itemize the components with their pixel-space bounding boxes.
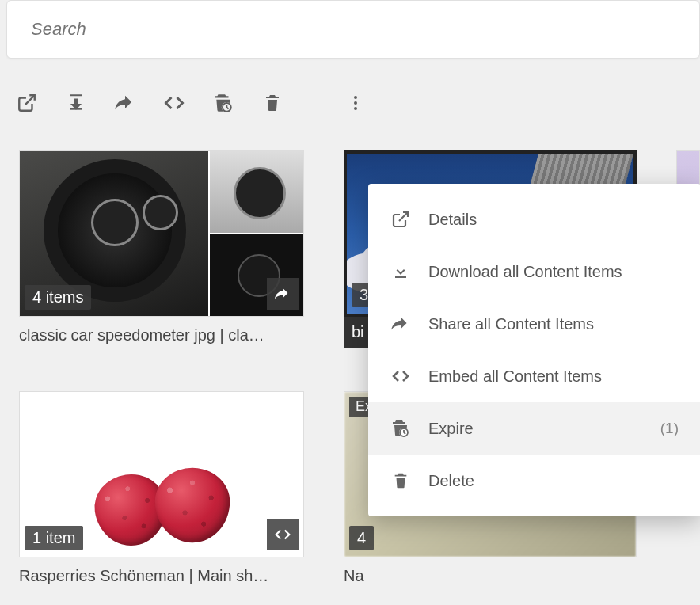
svg-point-4 (354, 96, 357, 99)
menu-item-download[interactable]: Download all Content Items (368, 245, 700, 298)
more-vert-icon (346, 93, 365, 113)
menu-item-details[interactable]: Details (368, 193, 700, 245)
card-thumbnail[interactable]: 4 items (19, 150, 304, 317)
items-count-badge: 4 (349, 526, 374, 550)
details-button[interactable] (16, 92, 38, 114)
auto-delete-icon (390, 418, 411, 439)
card-caption: Rasperries Schöneman | Main sh… (19, 567, 304, 585)
embed-button[interactable] (163, 92, 185, 114)
share-icon (390, 314, 411, 334)
card-thumbnail[interactable]: 1 item (19, 391, 304, 557)
code-icon (390, 366, 411, 386)
card-caption: Na (344, 567, 637, 585)
svg-line-0 (25, 95, 35, 105)
menu-item-embed[interactable]: Embed all Content Items (368, 350, 700, 402)
delete-button[interactable] (261, 92, 283, 114)
svg-line-7 (399, 212, 408, 221)
more-button[interactable] (344, 92, 367, 114)
card-share-button[interactable] (267, 278, 299, 310)
menu-item-expire[interactable]: Expire (1) (368, 402, 700, 455)
menu-item-delete[interactable]: Delete (368, 455, 700, 507)
search-input[interactable] (31, 19, 675, 40)
trash-icon (390, 470, 411, 491)
svg-point-6 (354, 107, 357, 110)
menu-item-label: Details (428, 211, 679, 229)
menu-item-label: Delete (428, 472, 679, 490)
download-icon (66, 93, 86, 113)
grid-card[interactable]: 4 items classic car speedometer jpg | cl… (19, 150, 304, 372)
open-in-new-icon (17, 93, 37, 113)
menu-item-count: (1) (660, 420, 679, 437)
share-button[interactable] (114, 92, 136, 114)
auto-delete-icon (213, 93, 234, 113)
menu-item-label: Share all Content Items (428, 315, 679, 333)
code-icon (163, 92, 185, 114)
search-bar[interactable] (6, 0, 700, 59)
download-icon (390, 261, 411, 282)
menu-item-label: Embed all Content Items (428, 367, 679, 386)
toolbar (0, 74, 700, 131)
menu-item-share[interactable]: Share all Content Items (368, 298, 700, 350)
items-count-badge: 4 items (25, 285, 91, 310)
context-menu: Details Download all Content Items Share… (368, 184, 700, 516)
svg-point-5 (354, 101, 357, 105)
download-button[interactable] (65, 92, 87, 114)
svg-rect-1 (70, 108, 82, 109)
expire-button[interactable] (212, 92, 234, 114)
share-icon (274, 285, 291, 302)
toolbar-divider (314, 87, 314, 119)
items-count-badge: 1 item (25, 526, 83, 550)
menu-item-label: Expire (428, 420, 643, 438)
open-in-new-icon (390, 209, 411, 230)
menu-item-label: Download all Content Items (428, 263, 679, 281)
card-caption: classic car speedometer jpg | cla… (19, 326, 304, 344)
card-embed-button[interactable] (267, 519, 299, 550)
grid-card[interactable]: 1 item Rasperries Schöneman | Main sh… (19, 391, 304, 605)
share-icon (114, 92, 136, 114)
code-icon (274, 526, 291, 543)
trash-icon (263, 93, 282, 113)
